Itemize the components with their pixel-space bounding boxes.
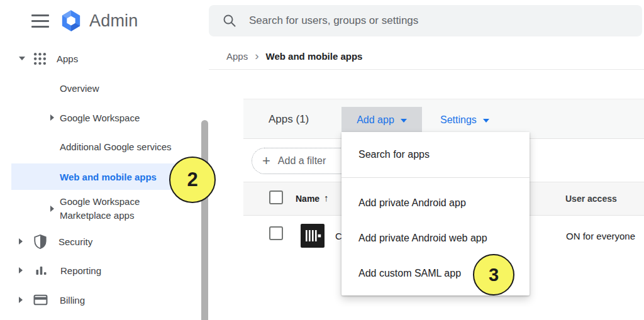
- sidebar-item-overview[interactable]: Overview: [0, 79, 200, 97]
- plus-icon: +: [262, 155, 270, 167]
- sidebar-item-gw-marketplace-apps[interactable]: Google Workspace Marketplace apps: [0, 195, 200, 223]
- bar-chart-icon: [35, 265, 48, 276]
- apps-count-title: Apps (1): [269, 113, 309, 126]
- sidebar-item-label: Security: [58, 236, 92, 247]
- google-admin-console: Admin Apps › Web and mobile apps Apps Ov…: [0, 0, 644, 320]
- add-filter-label: Add a filter: [278, 155, 326, 167]
- sidebar-item-security[interactable]: Security: [0, 232, 200, 251]
- menu-item-add-private-android-web-app[interactable]: Add private Android web app: [341, 221, 530, 256]
- sidebar-item-label: Google Workspace Marketplace apps: [60, 195, 155, 223]
- menu-item-add-private-android-app[interactable]: Add private Android app: [341, 185, 530, 221]
- sidebar-item-label: Billing: [60, 295, 85, 306]
- sidebar-item-reporting[interactable]: Reporting: [0, 261, 200, 280]
- shield-icon: [33, 234, 47, 250]
- search-input[interactable]: [249, 14, 601, 27]
- breadcrumb-parent[interactable]: Apps: [226, 51, 248, 62]
- sidebar-item-label-selected[interactable]: Web and mobile apps: [60, 172, 157, 182]
- app-tile-icon: [301, 224, 325, 248]
- chevron-down-icon: [401, 119, 407, 123]
- sidebar-scrollbar[interactable]: [201, 120, 208, 320]
- global-search[interactable]: [209, 5, 642, 36]
- sidebar-item-label: Apps: [57, 53, 78, 64]
- chevron-down-icon: [483, 119, 489, 123]
- menu-item-search-for-apps[interactable]: Search for apps: [341, 132, 530, 178]
- annotation-step-badge: 2: [169, 157, 216, 203]
- sidebar-item-label: Overview: [60, 83, 99, 94]
- add-app-button[interactable]: Add app: [341, 107, 422, 133]
- column-header-name[interactable]: Name: [296, 194, 319, 204]
- credit-card-icon: [33, 294, 48, 306]
- add-app-label: Add app: [357, 114, 394, 126]
- chevron-right-icon: [19, 297, 23, 303]
- sidebar-item-label: Additional Google services: [60, 141, 172, 152]
- sidebar-item-google-workspace[interactable]: Google Workspace: [0, 108, 200, 127]
- sidebar-item-apps-root[interactable]: Apps: [0, 49, 200, 68]
- search-icon: [223, 14, 236, 28]
- settings-label: Settings: [440, 114, 477, 126]
- user-access-cell: ON for everyone: [566, 231, 635, 241]
- chevron-right-icon: [19, 238, 23, 245]
- settings-button[interactable]: Settings: [440, 107, 489, 133]
- chevron-down-icon: [19, 57, 25, 60]
- sidebar-item-label: Google Workspace: [60, 113, 140, 123]
- brand-title: Admin: [89, 11, 138, 31]
- apps-grid-icon: [33, 52, 47, 65]
- chevron-right-icon: [19, 267, 23, 273]
- sidebar-item-label: Reporting: [60, 265, 101, 276]
- sort-ascending-icon[interactable]: ↑: [324, 192, 329, 203]
- breadcrumb: Apps › Web and mobile apps: [226, 50, 362, 63]
- sidebar-item-additional-google-services[interactable]: Additional Google services: [0, 137, 200, 156]
- google-admin-logo-icon: [58, 8, 84, 33]
- chevron-right-icon: [50, 206, 54, 212]
- breadcrumb-current: Web and mobile apps: [266, 51, 363, 62]
- select-all-checkbox[interactable]: [269, 190, 283, 204]
- row-checkbox[interactable]: [269, 226, 283, 240]
- column-header-user-access[interactable]: User access: [565, 194, 617, 204]
- header-divider: [209, 69, 644, 70]
- sidebar-item-billing[interactable]: Billing: [0, 290, 200, 309]
- chevron-right-icon: ›: [255, 49, 258, 63]
- menu-hamburger-icon[interactable]: [31, 14, 49, 28]
- annotation-step-badge: 3: [473, 254, 514, 295]
- chevron-right-icon: [50, 114, 54, 121]
